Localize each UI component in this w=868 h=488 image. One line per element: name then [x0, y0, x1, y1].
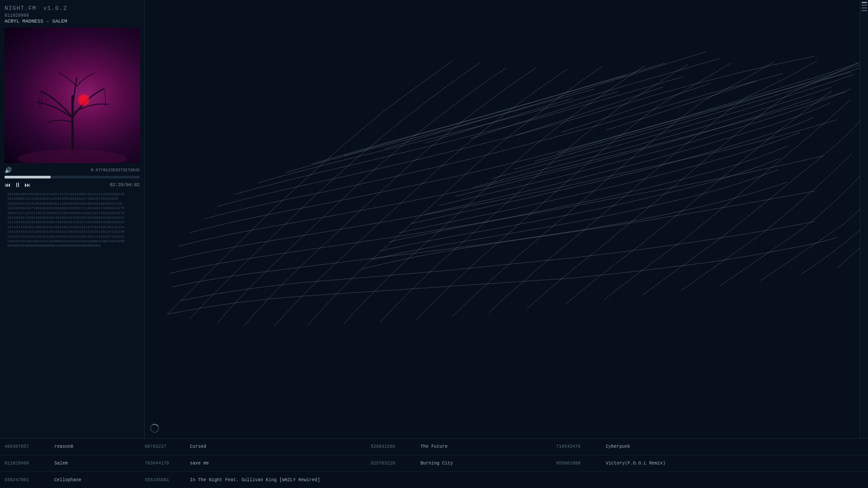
- app-name-text: NIGHT.FM: [5, 5, 36, 12]
- next-button[interactable]: ⏭: [24, 181, 31, 188]
- svg-point-2: [18, 150, 127, 163]
- progress-value: 0.577812353273272815: [91, 168, 140, 173]
- progress-bar[interactable]: [5, 176, 140, 178]
- track-id: 011029999: [5, 13, 140, 18]
- row1-track2: Cursed: [190, 444, 371, 449]
- row1-track3: The Future: [420, 444, 556, 449]
- time-display: 02:20/04:02: [110, 183, 140, 188]
- mesh-svg: [145, 0, 860, 438]
- controls-row: ⏮ ⏸ ⏭ 02:20/04:02: [5, 181, 140, 188]
- track-list: 486307857 reason8 88791227 Cursed 529831…: [0, 439, 868, 488]
- bottom-bar: 486307857 reason8 88791227 Cursed 529831…: [0, 438, 868, 488]
- album-art: [5, 28, 140, 163]
- row1-id4: 716543476: [556, 444, 606, 449]
- row3-track2: In The Night Feat. Sullivan King [WHZLY …: [190, 478, 371, 483]
- app-title: NIGHT.FM v1.0.2: [5, 4, 140, 12]
- scroll-tick-4[interactable]: [862, 10, 867, 11]
- row2-track4: Victory(F.O.O.L Remix): [606, 461, 665, 466]
- time-total: 04:02: [126, 183, 140, 188]
- row2-id2: 703044178: [145, 461, 190, 466]
- app-version-text: v1.0.2: [43, 5, 67, 12]
- row1-id3: 529831566: [371, 444, 420, 449]
- svg-point-1: [78, 94, 89, 105]
- row1-id1: 486307857: [5, 444, 54, 449]
- volume-row: 🔊 0.577812353273272815: [5, 167, 140, 174]
- track-name: ACRYL MADNESS - SALEM: [5, 19, 140, 24]
- row2-id1: 011029999: [5, 461, 54, 466]
- mesh-visualization: [145, 0, 860, 438]
- row3-id2: 555145881: [145, 478, 190, 483]
- album-art-tree-svg: [5, 28, 140, 163]
- scroll-tick-3[interactable]: [862, 7, 867, 9]
- row2-artist1: Salem: [54, 461, 145, 466]
- progress-bar-fill: [5, 176, 51, 178]
- right-scrollbar[interactable]: [860, 0, 868, 438]
- row1-track4: Cyberpunk: [606, 444, 630, 449]
- volume-icon: 🔊: [5, 167, 12, 174]
- scroll-tick-1[interactable]: [862, 2, 867, 3]
- track-row-2[interactable]: 011029999 Salem 703044178 save me 825763…: [0, 455, 868, 472]
- time-current: 02:20: [110, 183, 123, 188]
- row3-artist1: Cellophane: [54, 478, 145, 483]
- row2-track3: Burning City: [420, 461, 556, 466]
- row3-id1: 550247001: [5, 478, 54, 483]
- left-panel: NIGHT.FM v1.0.2 011029999 ACRYL MADNESS …: [0, 0, 145, 438]
- code-matrix-area: 2552652652652652492442372172132252081922…: [5, 190, 140, 435]
- row1-artist1: reason8: [54, 444, 145, 449]
- prev-button[interactable]: ⏮: [5, 181, 11, 188]
- track-row-1[interactable]: 486307857 reason8 88791227 Cursed 529831…: [0, 439, 868, 455]
- row2-track2: save me: [190, 461, 371, 466]
- pause-button[interactable]: ⏸: [14, 181, 21, 188]
- scroll-tick-2[interactable]: [862, 5, 867, 6]
- code-matrix-text: 2552652652652652492442372172132252081922…: [7, 192, 137, 249]
- track-row-3[interactable]: 550247001 Cellophane 555145881 In The Ni…: [0, 472, 868, 488]
- row2-id3: 825763210: [371, 461, 420, 466]
- row2-id4: 955861888: [556, 461, 606, 466]
- row1-id2: 88791227: [145, 444, 190, 449]
- playback-controls: ⏮ ⏸ ⏭: [5, 181, 31, 188]
